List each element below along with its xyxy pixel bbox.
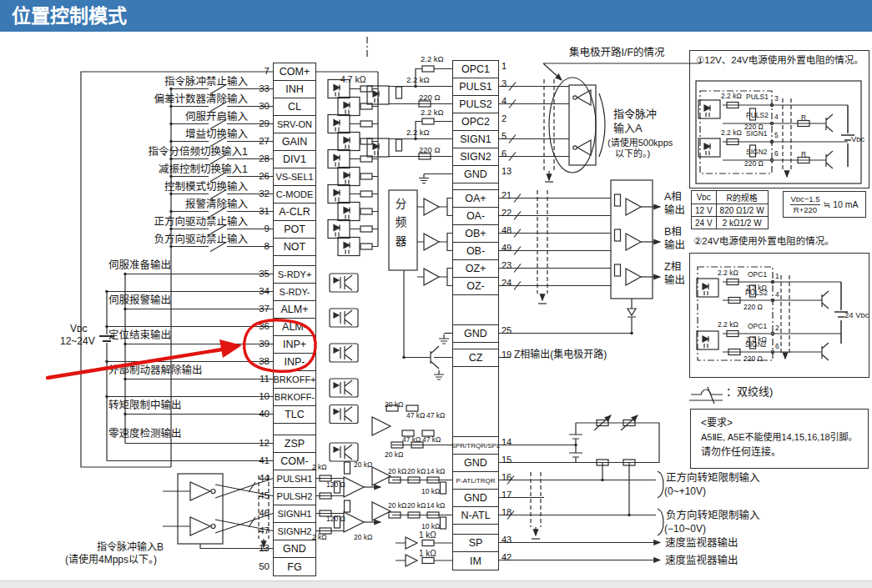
- terminal-label: SIGNH1: [274, 505, 315, 522]
- terminal-row: 33INH: [274, 81, 315, 98]
- pin-number: 3: [502, 78, 507, 88]
- pin-number: 11: [250, 374, 270, 384]
- terminal-label: OA-: [453, 208, 498, 224]
- torque-neg-range: (−10~0V): [664, 524, 706, 535]
- resistor-value: 2.2 kΩ: [421, 55, 444, 64]
- terminal-label: A-CLR: [274, 204, 315, 220]
- terminal-row: [274, 256, 315, 266]
- terminal-label: OB-: [453, 243, 498, 259]
- terminal-row: [453, 525, 498, 535]
- terminal-row: [274, 424, 315, 435]
- terminal-row: 45PULSH2: [274, 488, 315, 505]
- phase-z-label: Z相: [664, 261, 681, 273]
- resistor-value: 20 kΩ: [354, 461, 372, 470]
- terminal-row: 36ALM-: [274, 319, 315, 336]
- page-title: 位置控制模式: [0, 0, 872, 32]
- vdc-range-label: 12~24V: [60, 336, 95, 348]
- terminal-row: 21OA+: [453, 190, 498, 208]
- pin-number: 48: [502, 225, 512, 235]
- pin-number: 36: [250, 321, 270, 331]
- terminal-label: S-RDY-: [274, 284, 315, 300]
- pin-number: 15: [502, 455, 512, 465]
- requirement-note-box: <要求> A5ⅡE, A5E不能使用14,15,16,18引脚。 请勿作任何连接…: [690, 409, 869, 469]
- terminal-row: 25GND: [453, 325, 498, 343]
- twisted-pair-legend-icon: [689, 387, 723, 404]
- terminal-label: DIV1: [274, 151, 315, 168]
- pin-number: 6: [502, 148, 507, 158]
- resistor-value: 4.7 kΩ: [340, 74, 366, 84]
- pin-number: 22: [502, 208, 512, 218]
- resistor-value: 1 kΩ: [419, 549, 436, 559]
- pin-number: 29: [250, 118, 270, 128]
- pin-number: 14: [502, 437, 512, 447]
- pin-number: 30: [250, 101, 270, 111]
- terminal-row: 4PULS2: [453, 96, 498, 113]
- resistor-value: 20 kΩ: [385, 401, 403, 410]
- pin-number: 47: [250, 525, 270, 535]
- pin-number: 45: [250, 490, 270, 500]
- open-collector-label: 集电极开路I/F的情况: [569, 47, 665, 58]
- terminal-label: TLC: [274, 406, 315, 423]
- pin-number: 13: [502, 166, 512, 176]
- resistor-value: 2.2 kΩ: [421, 108, 444, 118]
- resistor-value: 2.2 kΩ: [721, 129, 742, 138]
- pin-number: 3: [774, 95, 779, 103]
- pin-number: 50: [250, 561, 270, 571]
- pin-number: 5: [774, 132, 779, 140]
- resistor-value: 2 kΩ: [312, 464, 327, 472]
- pin-number: 38: [250, 356, 270, 366]
- terminal-label: COM+: [274, 63, 315, 80]
- terminal-row: 8NOT: [274, 239, 315, 256]
- pin-number: 1: [775, 273, 779, 281]
- formula-denominator: R+220: [790, 204, 819, 214]
- terminal-row: 46SIGNH1: [274, 505, 315, 523]
- speed-monitor-label: 速度监视器输出: [665, 537, 738, 549]
- terminal-row: 49OB-: [453, 243, 498, 260]
- terminal-label: OZ-: [453, 278, 498, 294]
- input-label: 控制模式切换输入: [164, 181, 248, 193]
- pin-number: 28: [250, 153, 270, 163]
- signal-label: PULS2: [745, 289, 768, 298]
- pin-number: 6: [774, 150, 779, 158]
- terminal-label: OB+: [453, 225, 498, 242]
- terminal-row: 13GND: [274, 540, 315, 558]
- pin-number: 12: [250, 438, 270, 448]
- terminal-label: CZ: [453, 349, 498, 366]
- input-label: 指令脉冲禁止输入: [164, 76, 248, 88]
- frequency-divider-label: 分频器: [393, 198, 406, 268]
- terminal-label: ALM+: [274, 301, 315, 318]
- terminal-row: 26VS-SEL1: [274, 168, 315, 186]
- resistor-value: 14 kΩ: [426, 502, 445, 510]
- pulse-a-label: 输入A: [613, 123, 643, 135]
- servo-wiring-diagram-page: 位置控制模式: [0, 0, 872, 588]
- terminal-label: P-ATL/TRQR: [453, 472, 498, 489]
- pin-number: 23: [502, 260, 512, 270]
- resistor-value: 47 kΩ: [426, 412, 445, 420]
- pin-number: 24: [502, 278, 512, 288]
- speed-monitor-wires: [497, 543, 660, 560]
- terminal-row: 24OZ-: [453, 278, 498, 295]
- resistor-spec-table: VᴅᴄR的规格 12 V820 Ω1/2 W 24 V2 kΩ1/2 W: [691, 190, 769, 229]
- phase-a-label: A相: [664, 191, 682, 203]
- signal-label: OPC1: [748, 323, 767, 331]
- spec-header: R的规格: [716, 191, 768, 204]
- pulse-b-label: 指令脉冲输入B: [97, 542, 164, 554]
- terminal-label: N-ATL: [453, 507, 498, 524]
- pin-number: 34: [250, 286, 270, 296]
- resistor-value: 20 kΩ: [388, 502, 406, 510]
- input-label: 负方向驱动禁止输入: [154, 234, 248, 245]
- pin-number: 49: [502, 243, 512, 253]
- terminal-label: IM: [453, 552, 498, 570]
- terminal-label: SRV-ON: [274, 116, 315, 133]
- signal-label: SIGN2: [746, 148, 768, 157]
- terminal-row: 5SIGN1: [453, 131, 498, 148]
- pin-number: 8: [250, 241, 270, 251]
- box1-title: ①12V、24V电源使用外置电阻的情况。: [696, 55, 864, 66]
- terminal-row: 32C-MODE: [274, 186, 315, 204]
- terminal-row: 37ALM+: [274, 301, 315, 319]
- terminal-label: VS-SEL1: [274, 168, 315, 185]
- terminal-row: 19CZ: [453, 349, 498, 367]
- resistor-value: 220 Ω: [419, 146, 441, 155]
- pin-number: 17: [502, 490, 512, 500]
- pin-number: 4: [775, 291, 779, 299]
